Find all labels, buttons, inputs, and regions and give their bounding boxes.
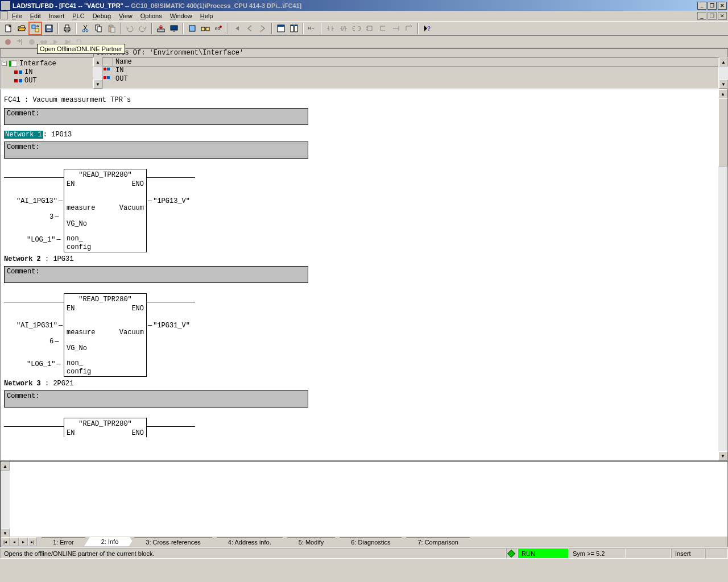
scroll-up-button[interactable]: ▲ — [719, 57, 728, 66]
network-header[interactable]: Network 2 : 1PG31 — [4, 255, 727, 264]
step-button[interactable] — [14, 37, 26, 47]
signal-label[interactable]: "AI_1PG31"— — [16, 322, 64, 330]
interface-tree[interactable]: − Interface IN OUT ▲ ▼ — [0, 57, 102, 89]
menu-options[interactable]: Options — [136, 11, 166, 20]
menu-insert[interactable]: Insert — [45, 11, 69, 20]
mdi-minimize-button[interactable]: _ — [697, 12, 706, 20]
block-comment[interactable]: Comment: — [4, 108, 308, 125]
menu-help[interactable]: Help — [196, 11, 217, 20]
coil-button[interactable] — [350, 22, 363, 35]
scroll-up-button[interactable]: ▲ — [93, 57, 102, 66]
tab-first-button[interactable]: |◂ — [1, 537, 10, 546]
restore-button[interactable]: ❐ — [708, 2, 717, 10]
menu-plc[interactable]: PLC — [68, 11, 88, 20]
goto-start-button[interactable] — [230, 22, 243, 35]
goto-prev-button[interactable] — [243, 22, 256, 35]
mdi-restore-button[interactable]: ❐ — [708, 12, 717, 20]
block-properties-button[interactable] — [186, 22, 198, 35]
signal-label[interactable]: "LOG_1"— — [27, 236, 62, 244]
tree-scrollbar[interactable]: ▲ ▼ — [93, 57, 102, 89]
minimize-button[interactable]: _ — [697, 2, 706, 10]
signal-label[interactable]: —"1PG31_V" — [147, 322, 190, 330]
output-pane[interactable]: ▲ ▼ |◂ ◂ ▸ ▸| 1: Error 2: Info 3: Cross-… — [0, 461, 728, 547]
open-partner-button[interactable] — [28, 22, 42, 35]
goto-next-button[interactable] — [257, 22, 269, 35]
detail-view-button[interactable] — [275, 22, 287, 35]
tab-comparison[interactable]: 7: Comparison — [406, 537, 470, 546]
menu-debug[interactable]: Debug — [89, 11, 115, 20]
open-button[interactable] — [15, 22, 28, 35]
redo-button[interactable] — [136, 22, 149, 35]
save-button[interactable] — [43, 22, 55, 35]
network-header[interactable]: Network 3 : 2PG21 — [4, 380, 727, 388]
scroll-down-button[interactable]: ▼ — [719, 80, 728, 89]
tab-next-button[interactable]: ▸ — [19, 537, 28, 546]
function-box[interactable]: "READ_TPR280" ENENO measureVacuum VG_No … — [64, 293, 147, 377]
help-button[interactable]: ? — [421, 22, 433, 35]
grid-scrollbar[interactable]: ▲ ▼ — [719, 57, 728, 89]
scroll-down-button[interactable]: ▼ — [93, 80, 102, 89]
menu-edit[interactable]: Edit — [26, 11, 45, 20]
copy-button[interactable] — [92, 22, 105, 35]
tab-crossref[interactable]: 3: Cross-references — [134, 537, 212, 546]
editor-scrollbar[interactable]: ▲ ▼ — [718, 89, 727, 460]
output-scrollbar[interactable]: ▲ ▼ — [1, 462, 10, 538]
fbd-block[interactable]: "READ_TPR280" ENENO measureVacuum VG_No … — [4, 293, 727, 367]
branch-open-button[interactable] — [377, 22, 389, 35]
fbd-block[interactable]: "READ_TPR280" ENENO measureVacuum VG_No … — [4, 169, 727, 243]
network-comment[interactable]: Comment: — [4, 142, 308, 159]
signal-label[interactable]: "AI_1PG13"— — [16, 197, 64, 206]
mdi-close-button[interactable]: ✕ — [718, 12, 727, 20]
tab-info[interactable]: 2: Info — [90, 537, 130, 546]
function-box[interactable]: "READ_TPR280" ENENO — [64, 418, 147, 437]
collapse-icon[interactable]: − — [2, 61, 7, 66]
grid-row-out[interactable]: OUT — [103, 75, 718, 84]
breakpoint-button[interactable] — [2, 37, 14, 47]
menu-view[interactable]: View — [115, 11, 136, 20]
tab-address[interactable]: 4: Address info. — [217, 537, 283, 546]
network-comment[interactable]: Comment: — [4, 266, 308, 283]
branch-close-button[interactable] — [390, 22, 402, 35]
menu-window[interactable]: Window — [166, 11, 196, 20]
cut-button[interactable] — [79, 22, 92, 35]
box-button[interactable] — [363, 22, 376, 35]
no-contact-button[interactable] — [337, 22, 350, 35]
network-header[interactable]: Network 1: 1PG13 — [4, 131, 727, 139]
tree-out[interactable]: OUT — [2, 76, 92, 85]
reference-button[interactable] — [199, 22, 212, 35]
grid-header-name[interactable]: Name — [113, 58, 718, 66]
tab-diagnostics[interactable]: 6: Diagnostics — [340, 537, 402, 546]
menu-file[interactable]: File — [8, 11, 26, 20]
scroll-thumb[interactable] — [718, 98, 727, 167]
tree-in[interactable]: IN — [2, 68, 92, 76]
grid-row-in[interactable]: IN — [103, 66, 718, 75]
signal-label[interactable]: "LOG_1"— — [27, 360, 62, 369]
scroll-down-button[interactable]: ▼ — [718, 451, 727, 460]
mdi-system-icon[interactable] — [0, 11, 8, 19]
signal-label[interactable]: —"1PG13_V" — [147, 197, 190, 206]
scroll-up-button[interactable]: ▲ — [718, 89, 727, 98]
signal-label[interactable]: 6— — [49, 338, 60, 346]
signal-label[interactable]: 3— — [49, 213, 60, 222]
program-elements-button[interactable]: H↔ — [306, 22, 318, 35]
nc-contact-button[interactable] — [324, 22, 337, 35]
interface-grid[interactable]: Name IN OUT ▲ ▼ — [102, 57, 728, 89]
download-button[interactable] — [155, 22, 167, 35]
fbd-block[interactable]: "READ_TPR280" ENENO — [4, 418, 727, 452]
close-button[interactable]: ✕ — [718, 2, 727, 10]
overview-button[interactable] — [288, 22, 300, 35]
tab-prev-button[interactable]: ◂ — [10, 537, 19, 546]
tree-root[interactable]: − Interface — [2, 59, 92, 68]
monitor-button[interactable] — [168, 22, 180, 35]
new-button[interactable] — [2, 22, 15, 35]
code-editor[interactable]: FC41 : Vacuum meassurment TPR´s Comment:… — [0, 89, 728, 461]
monitor-on-button[interactable]: 60' — [212, 22, 225, 35]
function-box[interactable]: "READ_TPR280" ENENO measureVacuum VG_No … — [64, 169, 147, 252]
undo-button[interactable] — [123, 22, 136, 35]
tab-modify[interactable]: 5: Modify — [287, 537, 336, 546]
network-comment[interactable]: Comment: — [4, 390, 308, 408]
connection-button[interactable] — [403, 22, 415, 35]
print-button[interactable] — [61, 22, 73, 35]
scroll-up-button[interactable]: ▲ — [1, 462, 10, 471]
tab-error[interactable]: 1: Error — [42, 537, 85, 546]
